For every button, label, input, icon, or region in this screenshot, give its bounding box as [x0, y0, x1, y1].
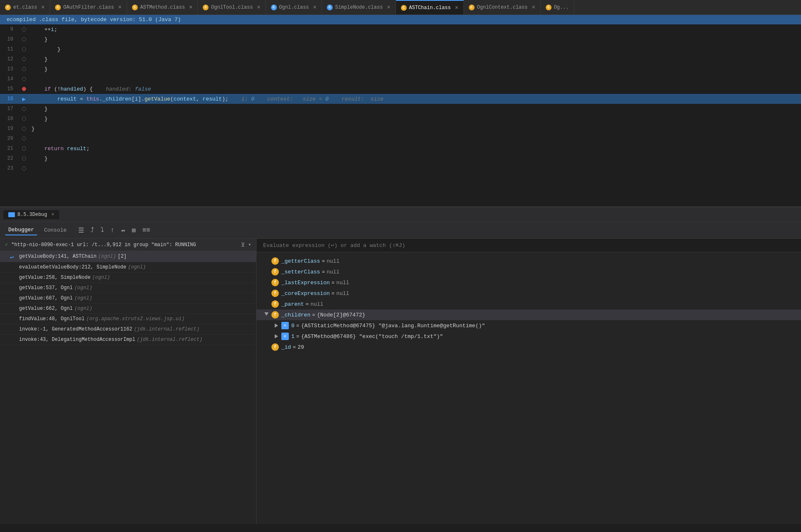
bp-dot-15[interactable]: [22, 87, 26, 91]
bp-area-20[interactable]: [20, 137, 28, 141]
bp-area-22[interactable]: [20, 156, 28, 161]
icon-table-view[interactable]: ⊞: [130, 225, 137, 235]
tab-close-astmethod[interactable]: ×: [189, 4, 192, 11]
var-row-setter-class[interactable]: f _setterClass = null: [257, 266, 801, 277]
bp-dot-20[interactable]: [22, 137, 26, 141]
stack-frame-7[interactable]: invoke:-1, GeneratedMethodAccessor1162 (…: [0, 324, 256, 335]
icon-step-out[interactable]: ↑: [109, 226, 116, 235]
icon-settings[interactable]: ≡≡: [141, 226, 152, 235]
bp-dot-14[interactable]: [22, 77, 26, 81]
expression-bar[interactable]: Evaluate expression (↩) or add a watch (…: [257, 239, 801, 252]
bp-dot-23[interactable]: [22, 166, 26, 170]
bp-area-15[interactable]: [20, 87, 28, 91]
code-content-10: }: [28, 36, 801, 43]
var-expand-children[interactable]: [263, 312, 270, 318]
stack-frame-1[interactable]: evaluateGetValueBody:212, SimpleNode (og…: [0, 262, 256, 273]
thread-expand-icon[interactable]: ▾: [248, 242, 251, 248]
frame-name-7: invoke:-1, GeneratedMethodAccessor1162: [19, 326, 132, 332]
field-icon-id: f: [271, 343, 279, 351]
debug-session-tab[interactable]: 8.5.3Debug ×: [3, 210, 59, 219]
tab-close-et[interactable]: ×: [41, 4, 45, 11]
frame-source-1: (ognl): [128, 264, 146, 270]
bp-area-14[interactable]: [20, 77, 28, 81]
frame-name-1: evaluateGetValueBody:212, SimpleNode: [19, 264, 126, 270]
code-line-13: 13 }: [0, 64, 801, 74]
bp-area-12[interactable]: [20, 57, 28, 61]
stack-frame-8[interactable]: invoke:43, DelegatingMethodAccessorImpl …: [0, 335, 256, 345]
tab-icon-more: C: [546, 5, 552, 10]
stack-frame-3[interactable]: getValue:537, Ognl (ognl): [0, 283, 256, 293]
bp-area-16[interactable]: ▶: [20, 96, 28, 103]
var-row-parent[interactable]: f _parent = null: [257, 299, 801, 309]
bp-dot-12[interactable]: [22, 57, 26, 61]
tab-label-et: et.class: [13, 5, 37, 10]
code-line-18: 18 }: [0, 114, 801, 124]
icon-step-into[interactable]: ⤵: [99, 225, 106, 235]
tab-ognl[interactable]: C Ognl.class ×: [266, 0, 322, 15]
bp-area-13[interactable]: [20, 67, 28, 71]
bp-dot-18[interactable]: [22, 117, 26, 121]
tab-close-simplenode[interactable]: ×: [387, 4, 390, 11]
bp-area-23[interactable]: [20, 166, 28, 170]
icon-frames-list[interactable]: ☰: [77, 225, 86, 235]
var-val-lastexpr: null: [336, 280, 349, 286]
stack-frame-5[interactable]: getValue:662, Ognl (ognl): [0, 304, 256, 314]
stack-frame-6[interactable]: findValue:48, OgnlTool (org.apache.strut…: [0, 314, 256, 324]
tab-close-astchain[interactable]: ×: [455, 5, 458, 11]
bp-area-21[interactable]: [20, 146, 28, 151]
code-content-19: }: [28, 126, 801, 132]
tab-ast-method[interactable]: C ASTMethod.class ×: [127, 0, 198, 15]
bp-area-18[interactable]: [20, 117, 28, 121]
code-line-14: 14: [0, 74, 801, 84]
tab-more[interactable]: C Og...: [541, 0, 574, 15]
expand-triangle-children[interactable]: [264, 312, 269, 318]
bp-dot-22[interactable]: [22, 156, 26, 161]
var-eq-children: =: [312, 312, 315, 318]
tab-icon-et: C: [5, 5, 11, 10]
bp-dot-21[interactable]: [22, 146, 26, 151]
tab-close-oauth[interactable]: ×: [118, 4, 121, 11]
bp-area-19[interactable]: [20, 127, 28, 131]
tab-close-ognl[interactable]: ×: [313, 4, 317, 11]
thread-filter-icon[interactable]: ⊻: [241, 241, 245, 248]
bp-dot-17[interactable]: [22, 107, 26, 111]
bp-dot-13[interactable]: [22, 67, 26, 71]
var-row-last-expr[interactable]: f _lastExpression = null: [257, 277, 801, 288]
bp-area-11[interactable]: [20, 47, 28, 51]
var-row-id[interactable]: f _id = 29: [257, 342, 801, 352]
var-val-getter: null: [326, 258, 339, 264]
tab-close-ognlcontext[interactable]: ×: [532, 4, 535, 11]
bp-area-17[interactable]: [20, 107, 28, 111]
tab-ognl-tool[interactable]: C OgnlTool.class ×: [198, 0, 266, 15]
bp-dot-11[interactable]: [22, 47, 26, 51]
tab-debugger[interactable]: Debugger: [5, 225, 37, 235]
stack-frame-2[interactable]: getValue:258, SimpleNode (ognl): [0, 273, 256, 283]
stack-frame-0[interactable]: ↩ getValueBody:141, ASTChain (ognl) [2]: [0, 251, 256, 262]
bp-dot-9[interactable]: [22, 27, 26, 31]
tab-simple-node[interactable]: C SimpleNode.class ×: [322, 0, 396, 15]
var-row-children-0[interactable]: ≡ 0 = {ASTStaticMethod@67475} "@java.lan…: [266, 320, 801, 331]
var-row-getter-class[interactable]: f _getterClass = null: [257, 256, 801, 266]
expand-triangle-ch1[interactable]: [275, 334, 278, 338]
stack-frame-4[interactable]: getValue:687, Ognl (ognl): [0, 293, 256, 304]
var-row-core-expr[interactable]: f _coreExpression = null: [257, 288, 801, 299]
tab-et-class[interactable]: C et.class ×: [0, 0, 50, 15]
icon-run-to-cursor[interactable]: ↛: [120, 225, 127, 235]
tab-oauth-filter[interactable]: C OAuthFilter.class ×: [50, 0, 127, 15]
var-row-children[interactable]: f _children = {Node[2]@67472}: [257, 309, 801, 320]
bp-area-10[interactable]: [20, 37, 28, 41]
tab-ast-chain[interactable]: C ASTChain.class ×: [396, 0, 464, 15]
var-expand-ch0[interactable]: [273, 322, 280, 329]
expand-triangle-ch0[interactable]: [275, 324, 278, 328]
bp-dot-10[interactable]: [22, 37, 26, 41]
var-row-children-1[interactable]: ≡ 1 = {ASTMethod@67486} "exec("touch /tm…: [266, 331, 801, 342]
bp-dot-19[interactable]: [22, 127, 26, 131]
tab-ognl-context[interactable]: C OgnlContext.class ×: [464, 0, 541, 15]
tab-close-ognltool[interactable]: ×: [257, 4, 260, 11]
icon-step-over[interactable]: ⤴: [89, 225, 96, 235]
tab-console[interactable]: Console: [41, 225, 70, 235]
debug-session-close[interactable]: ×: [51, 212, 54, 218]
tab-bar: C et.class × C OAuthFilter.class × C AST…: [0, 0, 801, 15]
var-expand-ch1[interactable]: [273, 333, 280, 340]
bp-area-9[interactable]: [20, 27, 28, 31]
